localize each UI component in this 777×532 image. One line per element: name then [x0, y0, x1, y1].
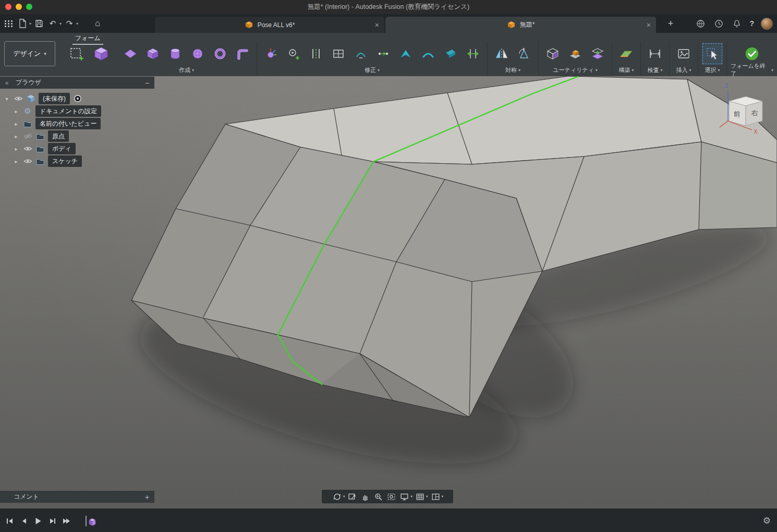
caret-right-icon[interactable]: ▸ — [13, 146, 20, 152]
help-icon[interactable]: ? — [749, 19, 754, 28]
orbit-icon[interactable] — [331, 491, 343, 502]
viewport-canvas[interactable]: 前 右 Z X — [0, 76, 777, 509]
panel-collapse-icon[interactable]: « — [0, 79, 14, 87]
fill-hole-tool[interactable] — [350, 43, 371, 65]
tab-close-icon[interactable]: × — [647, 21, 651, 29]
finish-form-button[interactable] — [740, 43, 763, 65]
convert-tool[interactable] — [587, 43, 608, 65]
group-label-finish[interactable]: フォームを終了▾ — [731, 66, 773, 74]
browser-item-document-settings[interactable]: ▸ ⚙ ドキュメントの設定 — [13, 105, 101, 117]
browser-item-label[interactable]: ボディ — [48, 143, 76, 154]
group-label-symmetry[interactable]: 対称▾ — [505, 66, 520, 74]
slide-edge-tool[interactable] — [463, 43, 483, 65]
canvas-tool[interactable] — [673, 43, 694, 65]
uncrease-tool[interactable] — [418, 43, 439, 65]
insert-edge-tool[interactable] — [306, 43, 326, 65]
visibility-eye-icon[interactable] — [14, 95, 23, 102]
repair-body-tool[interactable] — [565, 43, 586, 65]
grid-settings-icon[interactable] — [414, 491, 426, 502]
group-label-insert[interactable]: 挿入▾ — [676, 66, 691, 74]
timeline-form-feature-icon[interactable] — [84, 515, 96, 527]
timeline-skip-end-button[interactable] — [62, 516, 71, 526]
user-avatar[interactable] — [761, 18, 773, 30]
weld-vertices-tool[interactable] — [373, 43, 394, 65]
caret-down-icon[interactable]: ▾ — [29, 21, 31, 26]
browser-item-named-views[interactable]: ▸ 名前の付いたビュー — [13, 117, 101, 130]
browser-item-label[interactable]: ドキュメントの設定 — [35, 105, 101, 117]
group-label-utilities[interactable]: ユーティリティ▾ — [553, 66, 598, 74]
group-label-modify[interactable]: 修正▾ — [365, 66, 380, 74]
browser-item-label[interactable]: 名前の付いたビュー — [35, 118, 101, 129]
document-tab-untitled[interactable]: 無題* × — [385, 17, 656, 33]
sphere-tool[interactable] — [187, 43, 208, 65]
window-minimize-button[interactable] — [16, 4, 22, 10]
tab-close-icon[interactable]: × — [375, 21, 379, 29]
circular-symmetry-tool[interactable] — [514, 43, 535, 65]
torus-tool[interactable] — [210, 43, 230, 65]
browser-item-bodies[interactable]: ▸ ボディ — [13, 142, 76, 155]
plane-tool[interactable] — [120, 43, 141, 65]
document-tab-pose-all[interactable]: Pose ALL v6* × — [155, 17, 384, 33]
insert-point-tool[interactable] — [283, 43, 304, 65]
add-comment-icon[interactable]: + — [140, 493, 154, 501]
caret-down-icon[interactable]: ▾ — [59, 21, 62, 26]
caret-down-icon[interactable]: ▾ — [343, 494, 345, 499]
timeline-settings-gear-icon[interactable]: ⚙ — [763, 509, 771, 532]
browser-item-label[interactable]: スケッチ — [48, 155, 82, 167]
window-zoom-button[interactable] — [26, 4, 32, 10]
zoom-icon[interactable] — [372, 491, 384, 502]
caret-down-icon[interactable]: ▾ — [426, 494, 428, 499]
visibility-eye-icon[interactable] — [23, 146, 32, 152]
browser-root-row[interactable]: ▾ (未保存) — [3, 92, 82, 105]
select-tool[interactable] — [702, 43, 723, 65]
group-label-inspect[interactable]: 検査▾ — [647, 66, 662, 74]
file-menu-icon[interactable] — [17, 17, 28, 30]
timeline-skip-start-button[interactable] — [5, 516, 15, 526]
pan-hand-icon[interactable] — [359, 491, 371, 502]
browser-panel-header[interactable]: « ブラウザ − — [0, 77, 154, 89]
save-button[interactable] — [33, 17, 45, 30]
caret-right-icon[interactable]: ▸ — [13, 121, 20, 127]
display-mode-tool[interactable] — [542, 43, 563, 65]
comments-panel-header[interactable]: コメント + — [0, 491, 154, 503]
browser-item-label[interactable]: 原点 — [48, 130, 69, 142]
crease-tool[interactable] — [395, 43, 416, 65]
visibility-eye-icon[interactable] — [23, 158, 32, 164]
pipe-tool[interactable] — [232, 43, 253, 65]
construct-plane-tool[interactable] — [616, 43, 637, 65]
timeline-play-button[interactable] — [33, 516, 43, 526]
viewports-icon[interactable] — [430, 491, 442, 502]
panel-minimize-icon[interactable]: − — [140, 79, 154, 87]
fit-view-icon[interactable] — [385, 491, 397, 502]
caret-right-icon[interactable]: ▸ — [13, 108, 20, 114]
cylinder-tool[interactable] — [165, 43, 186, 65]
group-label-construct[interactable]: 構築▾ — [618, 66, 634, 74]
extensions-icon[interactable] — [695, 17, 706, 30]
redo-button[interactable]: ↷ — [64, 17, 75, 30]
caret-down-icon[interactable]: ▾ — [3, 96, 10, 102]
caret-down-icon[interactable]: ▾ — [76, 21, 78, 26]
new-tab-button[interactable]: + — [663, 16, 678, 31]
group-label-select[interactable]: 選択▾ — [705, 66, 720, 74]
browser-item-origin[interactable]: ▸ 原点 — [13, 130, 69, 142]
bevel-edge-tool[interactable] — [440, 43, 461, 65]
edit-form-tool[interactable] — [261, 43, 282, 65]
job-status-icon[interactable] — [713, 17, 724, 30]
active-component-target-icon[interactable] — [73, 94, 82, 103]
caret-right-icon[interactable]: ▸ — [13, 159, 20, 164]
home-icon[interactable]: ⌂ — [92, 17, 103, 30]
primitive-cube-tool[interactable] — [90, 43, 113, 65]
browser-root-label[interactable]: (未保存) — [39, 93, 70, 104]
caret-right-icon[interactable]: ▸ — [13, 134, 20, 139]
caret-down-icon[interactable]: ▾ — [410, 494, 412, 499]
box-tool[interactable] — [142, 43, 163, 65]
browser-item-sketches[interactable]: ▸ スケッチ — [13, 155, 82, 167]
caret-down-icon[interactable]: ▾ — [442, 494, 444, 499]
workspace-selector[interactable]: デザイン ▾ — [4, 41, 55, 66]
timeline-step-forward-button[interactable] — [47, 516, 57, 526]
look-at-icon[interactable] — [346, 491, 358, 502]
undo-button[interactable]: ↶ — [47, 17, 58, 30]
group-label-create[interactable]: 作成▾ — [179, 66, 194, 74]
display-settings-icon[interactable] — [398, 491, 410, 502]
notification-bell-icon[interactable] — [731, 17, 743, 30]
